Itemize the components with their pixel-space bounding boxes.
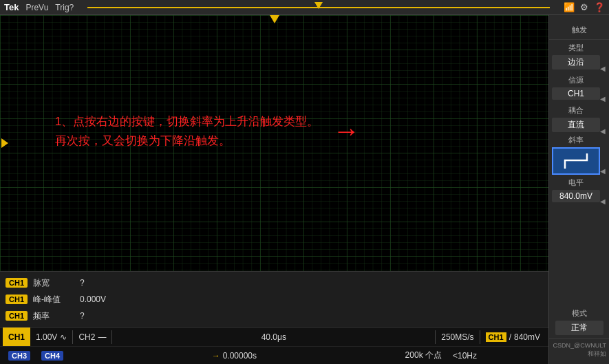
- slope-arrow-icon: ◀: [600, 167, 606, 175]
- ch1-wave-icon: ∿: [60, 332, 67, 342]
- meas-label-2: 峰-峰值: [33, 294, 74, 306]
- watermark-area: CSDN_@CWNULT 和祥如: [549, 339, 609, 361]
- level-section[interactable]: 电平 840.0mV: [552, 175, 600, 205]
- freq-limit-label: <10Hz: [453, 351, 477, 361]
- sample-rate-label: 250MS/s: [441, 332, 473, 342]
- arrow-right-icon: →: [332, 116, 360, 147]
- sidebar-source-section: 信源 CH1: [552, 72, 600, 103]
- meas-ch1-badge-1: CH1: [6, 278, 28, 288]
- watermark-line1: CSDN_@CWNULT: [552, 341, 606, 350]
- source-section[interactable]: 信源 CH1: [552, 72, 600, 103]
- watermark-text: CSDN_@CWNULT 和祥如: [552, 341, 606, 358]
- ch2-line-icon: —: [98, 332, 106, 342]
- instruction-line1: 1、点按右边的按键，切换斜率为上升沿触发类型。: [55, 112, 319, 131]
- time-offset-item: → 0.00000s: [69, 347, 400, 364]
- instruction-line2: 再次按，又会切换为下降沿触发。: [55, 131, 319, 150]
- ch3-badge: CH3: [8, 351, 30, 361]
- meas-value-2: 0.000V: [80, 295, 135, 304]
- coupling-label: 耦合: [568, 105, 584, 116]
- time-offset-label: 0.00000s: [223, 351, 257, 361]
- prevu-menu[interactable]: PreVu: [25, 3, 48, 12]
- level-value: 840.0mV: [552, 190, 600, 202]
- time-div-item: 40.0μs: [112, 328, 435, 346]
- ch1-volt-item: 1.00V ∿: [30, 328, 72, 346]
- grid-canvas: 1、点按右边的按键，切换斜率为上升沿触发类型。 再次按，又会切换为下降沿触发。 …: [0, 15, 548, 271]
- ch1-volt-label: 1.00V: [36, 332, 57, 342]
- watermark-line2: 和祥如: [552, 350, 606, 358]
- type-value: 边沿: [552, 55, 600, 69]
- brand-label: Tek: [4, 2, 19, 12]
- slope-icon: [562, 151, 590, 171]
- sample-count-label: 200k 个点: [405, 350, 442, 361]
- trigger-level-pointer: [1, 138, 8, 148]
- sidebar-type-section: 类型 边沿: [552, 40, 600, 72]
- source-label: 信源: [568, 75, 584, 85]
- type-section[interactable]: 类型 边沿: [552, 40, 600, 72]
- status-bar-1: CH1 1.00V ∿ CH2 — 40.0μs 250MS/s CH1 /: [0, 327, 548, 346]
- sidebar-type-row: 类型 边沿 ◀: [549, 40, 609, 72]
- ch2-status-item[interactable]: CH2 —: [73, 328, 111, 346]
- meas-value-3: ?: [80, 311, 135, 321]
- ch3-status-item[interactable]: CH3: [3, 347, 36, 364]
- trigger-top-arrow: [270, 15, 279, 23]
- right-sidebar: 触发 类型 边沿 ◀ 信源 CH1 ◀ 耦合: [548, 15, 609, 364]
- mode-value: 正常: [555, 321, 603, 335]
- scope-area: 1、点按右边的按键，切换斜率为上升沿触发类型。 再次按，又会切换为下降沿触发。 …: [0, 15, 548, 364]
- trig-menu[interactable]: Trig?: [55, 3, 74, 12]
- instruction-text: 1、点按右边的按键，切换斜率为上升沿触发类型。 再次按，又会切换为下降沿触发。: [55, 112, 319, 149]
- source-arrow-icon: ◀: [600, 95, 606, 103]
- trigger-line: [87, 7, 550, 8]
- sidebar-spacer: [549, 205, 609, 306]
- level-arrow-icon: ◀: [600, 197, 606, 205]
- sidebar-source-row: 信源 CH1 ◀: [549, 72, 609, 103]
- meas-ch1-badge-3: CH1: [6, 311, 28, 321]
- sidebar-level-section: 电平 840.0mV: [552, 175, 600, 205]
- sidebar-trigger-section: 触发: [549, 18, 609, 40]
- coupling-section[interactable]: 耦合 直流: [552, 103, 600, 135]
- settings-icon[interactable]: ⚙: [580, 2, 588, 12]
- sidebar-coupling-section: 耦合 直流: [552, 103, 600, 135]
- slope-label: 斜率: [568, 135, 584, 145]
- instruction-overlay: 1、点按右边的按键，切换斜率为上升沿触发类型。 再次按，又会切换为下降沿触发。 …: [55, 112, 428, 149]
- meas-label-3: 频率: [33, 310, 74, 322]
- ch1-status-badge: CH1: [8, 332, 25, 342]
- ch1-status-item[interactable]: CH1: [3, 328, 30, 346]
- trig-ch1-badge: CH1: [486, 332, 506, 342]
- sidebar-trigger-title: 触发: [572, 21, 587, 36]
- meas-value-1: ?: [80, 278, 135, 288]
- source-value: CH1: [552, 87, 600, 100]
- help-icon[interactable]: ❓: [594, 2, 605, 12]
- type-arrow-icon: ◀: [600, 65, 606, 72]
- slope-box[interactable]: [552, 147, 600, 175]
- sidebar-slope-section[interactable]: 斜率: [552, 135, 600, 175]
- trig-slash: /: [509, 332, 511, 342]
- ch2-status-badge: CH2: [78, 332, 95, 342]
- meas-row-2: CH1 峰-峰值 0.000V: [6, 291, 543, 308]
- trig-level-item: CH1 / 840mV: [480, 328, 546, 346]
- type-label: 类型: [568, 43, 584, 53]
- ch4-badge: CH4: [41, 351, 63, 361]
- sidebar-mode-section: 模式 正常: [549, 306, 609, 339]
- sidebar-level-row: 电平 840.0mV ◀: [549, 175, 609, 205]
- ch4-status-item[interactable]: CH4: [36, 347, 69, 364]
- meas-label-1: 脉宽: [33, 277, 74, 289]
- coupling-arrow-icon: ◀: [600, 127, 606, 135]
- sidebar-coupling-row: 耦合 直流 ◀: [549, 103, 609, 135]
- top-bar: Tek PreVu Trig? 📶 ⚙ ❓: [0, 0, 609, 15]
- meas-row-1: CH1 脉宽 ?: [6, 275, 543, 291]
- sample-rate-item: 250MS/s: [436, 328, 479, 346]
- top-bar-icons: 📶 ⚙ ❓: [564, 2, 605, 12]
- level-label: 电平: [568, 178, 584, 188]
- time-div-label: 40.0μs: [261, 332, 286, 342]
- trigger-line-marker: [314, 2, 323, 9]
- trig-level-label: 840mV: [514, 332, 540, 342]
- wifi-icon: 📶: [564, 2, 575, 12]
- status-bar-2: CH3 CH4 → 0.00000s 200k 个点 <10Hz: [0, 346, 548, 364]
- coupling-value: 直流: [552, 118, 600, 132]
- trigger-top-marker: [270, 15, 279, 23]
- sidebar-slope-row: 斜率 ◀: [549, 135, 609, 175]
- sample-count-item: 200k 个点: [400, 347, 447, 364]
- meas-ch1-badge-2: CH1: [6, 295, 28, 304]
- arrow-icon: →: [212, 351, 220, 361]
- main-layout: 1、点按右边的按键，切换斜率为上升沿触发类型。 再次按，又会切换为下降沿触发。 …: [0, 15, 609, 364]
